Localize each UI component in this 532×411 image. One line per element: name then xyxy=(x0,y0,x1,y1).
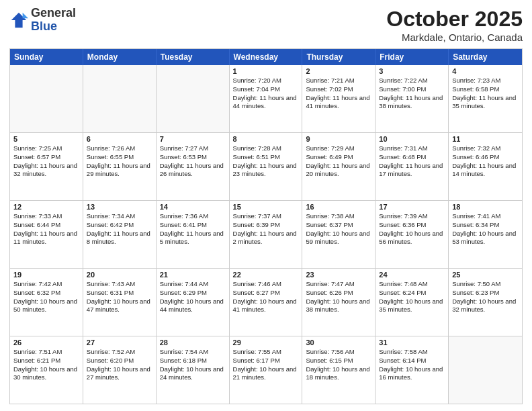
day-number: 3 xyxy=(379,67,445,75)
day-number: 15 xyxy=(233,203,299,211)
header-day-friday: Friday xyxy=(375,49,449,65)
day-info: Sunrise: 7:26 AM Sunset: 6:55 PM Dayligh… xyxy=(87,144,152,179)
day-info: Sunrise: 7:22 AM Sunset: 7:00 PM Dayligh… xyxy=(379,77,445,111)
calendar-body: 1Sunrise: 7:20 AM Sunset: 7:04 PM Daylig… xyxy=(10,65,522,404)
logo-blue: Blue xyxy=(31,19,57,33)
calendar-day-7: 7Sunrise: 7:27 AM Sunset: 6:53 PM Daylig… xyxy=(157,133,230,200)
day-number: 16 xyxy=(306,203,371,211)
day-info: Sunrise: 7:28 AM Sunset: 6:51 PM Dayligh… xyxy=(233,144,299,179)
calendar-day-24: 24Sunrise: 7:48 AM Sunset: 6:24 PM Dayli… xyxy=(375,269,449,336)
day-number: 13 xyxy=(87,203,152,211)
calendar-row-1: 5Sunrise: 7:25 AM Sunset: 6:57 PM Daylig… xyxy=(10,132,522,200)
logo: General Blue xyxy=(9,7,76,34)
day-number: 31 xyxy=(379,338,445,347)
day-info: Sunrise: 7:29 AM Sunset: 6:49 PM Dayligh… xyxy=(306,144,371,179)
day-info: Sunrise: 7:47 AM Sunset: 6:26 PM Dayligh… xyxy=(306,280,371,314)
header-day-wednesday: Wednesday xyxy=(230,49,303,65)
calendar-day-4: 4Sunrise: 7:23 AM Sunset: 6:58 PM Daylig… xyxy=(449,65,522,132)
day-number: 28 xyxy=(160,338,226,347)
day-number: 14 xyxy=(160,203,226,211)
day-info: Sunrise: 7:55 AM Sunset: 6:17 PM Dayligh… xyxy=(233,348,299,382)
calendar-day-17: 17Sunrise: 7:39 AM Sunset: 6:36 PM Dayli… xyxy=(375,201,449,268)
day-number: 27 xyxy=(87,338,152,347)
day-number: 21 xyxy=(160,271,226,279)
day-info: Sunrise: 7:37 AM Sunset: 6:39 PM Dayligh… xyxy=(233,212,299,246)
calendar-subtitle: Markdale, Ontario, Canada xyxy=(386,32,523,43)
day-info: Sunrise: 7:32 AM Sunset: 6:46 PM Dayligh… xyxy=(452,144,519,179)
day-info: Sunrise: 7:39 AM Sunset: 6:36 PM Dayligh… xyxy=(379,212,445,246)
day-number: 26 xyxy=(13,338,79,347)
day-info: Sunrise: 7:34 AM Sunset: 6:42 PM Dayligh… xyxy=(87,212,152,246)
header-day-tuesday: Tuesday xyxy=(157,49,230,65)
day-number: 17 xyxy=(379,203,445,211)
day-info: Sunrise: 7:48 AM Sunset: 6:24 PM Dayligh… xyxy=(379,280,445,314)
calendar-day-6: 6Sunrise: 7:26 AM Sunset: 6:55 PM Daylig… xyxy=(83,133,157,200)
calendar-day-12: 12Sunrise: 7:33 AM Sunset: 6:44 PM Dayli… xyxy=(10,201,83,268)
day-info: Sunrise: 7:44 AM Sunset: 6:29 PM Dayligh… xyxy=(160,280,226,314)
calendar-day-21: 21Sunrise: 7:44 AM Sunset: 6:29 PM Dayli… xyxy=(157,269,230,336)
calendar-day-20: 20Sunrise: 7:43 AM Sunset: 6:31 PM Dayli… xyxy=(83,269,157,336)
calendar-row-2: 12Sunrise: 7:33 AM Sunset: 6:44 PM Dayli… xyxy=(10,200,522,268)
calendar-day-31: 31Sunrise: 7:58 AM Sunset: 6:14 PM Dayli… xyxy=(375,336,449,404)
day-info: Sunrise: 7:23 AM Sunset: 6:58 PM Dayligh… xyxy=(452,77,519,111)
calendar-day-23: 23Sunrise: 7:47 AM Sunset: 6:26 PM Dayli… xyxy=(302,269,375,336)
day-number: 8 xyxy=(233,135,299,143)
calendar-row-4: 26Sunrise: 7:51 AM Sunset: 6:21 PM Dayli… xyxy=(10,336,522,404)
calendar-day-28: 28Sunrise: 7:54 AM Sunset: 6:18 PM Dayli… xyxy=(157,336,230,404)
header-day-monday: Monday xyxy=(83,49,157,65)
calendar: SundayMondayTuesdayWednesdayThursdayFrid… xyxy=(9,48,523,404)
calendar-day-29: 29Sunrise: 7:55 AM Sunset: 6:17 PM Dayli… xyxy=(230,336,303,404)
calendar-day-1: 1Sunrise: 7:20 AM Sunset: 7:04 PM Daylig… xyxy=(230,65,303,132)
header-day-thursday: Thursday xyxy=(302,49,375,65)
calendar-day-16: 16Sunrise: 7:38 AM Sunset: 6:37 PM Dayli… xyxy=(302,201,375,268)
day-number: 30 xyxy=(306,338,371,347)
day-number: 29 xyxy=(233,338,299,347)
calendar-day-22: 22Sunrise: 7:46 AM Sunset: 6:27 PM Dayli… xyxy=(230,269,303,336)
calendar-day-10: 10Sunrise: 7:31 AM Sunset: 6:48 PM Dayli… xyxy=(375,133,449,200)
day-info: Sunrise: 7:36 AM Sunset: 6:41 PM Dayligh… xyxy=(160,212,226,246)
day-info: Sunrise: 7:31 AM Sunset: 6:48 PM Dayligh… xyxy=(379,144,445,179)
calendar-day-26: 26Sunrise: 7:51 AM Sunset: 6:21 PM Dayli… xyxy=(10,336,83,404)
day-info: Sunrise: 7:46 AM Sunset: 6:27 PM Dayligh… xyxy=(233,280,299,314)
day-number: 23 xyxy=(306,271,371,279)
day-info: Sunrise: 7:33 AM Sunset: 6:44 PM Dayligh… xyxy=(13,212,79,246)
calendar-day-8: 8Sunrise: 7:28 AM Sunset: 6:51 PM Daylig… xyxy=(230,133,303,200)
day-info: Sunrise: 7:42 AM Sunset: 6:32 PM Dayligh… xyxy=(13,280,79,314)
calendar-day-18: 18Sunrise: 7:41 AM Sunset: 6:34 PM Dayli… xyxy=(449,201,522,268)
day-info: Sunrise: 7:58 AM Sunset: 6:14 PM Dayligh… xyxy=(379,348,445,382)
calendar-empty-cell xyxy=(83,65,157,132)
calendar-day-15: 15Sunrise: 7:37 AM Sunset: 6:39 PM Dayli… xyxy=(230,201,303,268)
calendar-day-19: 19Sunrise: 7:42 AM Sunset: 6:32 PM Dayli… xyxy=(10,269,83,336)
day-number: 11 xyxy=(452,135,519,143)
title-block: October 2025 Markdale, Ontario, Canada xyxy=(386,7,523,43)
day-info: Sunrise: 7:51 AM Sunset: 6:21 PM Dayligh… xyxy=(13,348,79,382)
day-info: Sunrise: 7:20 AM Sunset: 7:04 PM Dayligh… xyxy=(233,77,299,111)
page: General Blue October 2025 Markdale, Onta… xyxy=(0,0,532,411)
day-info: Sunrise: 7:27 AM Sunset: 6:53 PM Dayligh… xyxy=(160,144,226,179)
day-info: Sunrise: 7:56 AM Sunset: 6:15 PM Dayligh… xyxy=(306,348,371,382)
logo-general: General xyxy=(31,6,76,19)
calendar-day-2: 2Sunrise: 7:21 AM Sunset: 7:02 PM Daylig… xyxy=(302,65,375,132)
day-info: Sunrise: 7:52 AM Sunset: 6:20 PM Dayligh… xyxy=(87,348,152,382)
calendar-title: October 2025 xyxy=(386,7,523,32)
logo-icon xyxy=(9,11,28,30)
day-number: 24 xyxy=(379,271,445,279)
calendar-row-3: 19Sunrise: 7:42 AM Sunset: 6:32 PM Dayli… xyxy=(10,268,522,336)
calendar-header: SundayMondayTuesdayWednesdayThursdayFrid… xyxy=(10,49,522,65)
calendar-day-9: 9Sunrise: 7:29 AM Sunset: 6:49 PM Daylig… xyxy=(302,133,375,200)
header-day-saturday: Saturday xyxy=(449,49,522,65)
day-info: Sunrise: 7:43 AM Sunset: 6:31 PM Dayligh… xyxy=(87,280,152,314)
day-number: 10 xyxy=(379,135,445,143)
day-number: 1 xyxy=(233,67,299,75)
day-number: 9 xyxy=(306,135,371,143)
calendar-empty-cell xyxy=(449,336,522,404)
day-number: 2 xyxy=(306,67,371,75)
calendar-day-5: 5Sunrise: 7:25 AM Sunset: 6:57 PM Daylig… xyxy=(10,133,83,200)
day-info: Sunrise: 7:38 AM Sunset: 6:37 PM Dayligh… xyxy=(306,212,371,246)
header: General Blue October 2025 Markdale, Onta… xyxy=(9,7,523,43)
day-number: 25 xyxy=(452,271,519,279)
day-number: 7 xyxy=(160,135,226,143)
calendar-empty-cell xyxy=(10,65,83,132)
day-number: 18 xyxy=(452,203,519,211)
svg-marker-1 xyxy=(23,13,28,18)
